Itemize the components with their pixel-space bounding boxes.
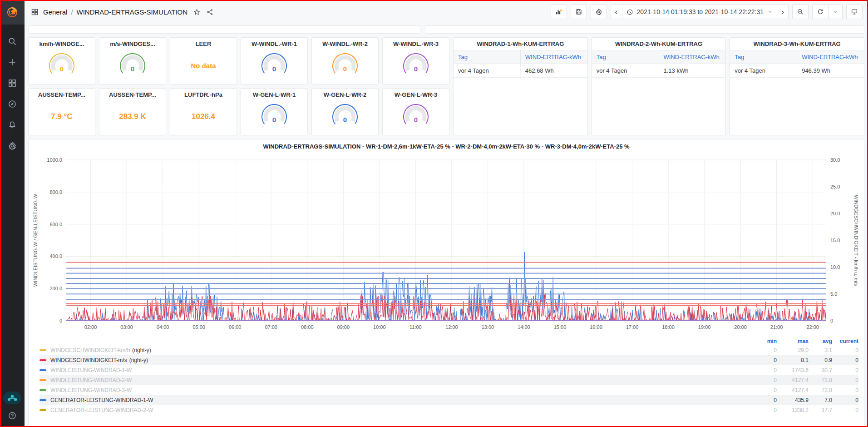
collapsed-row[interactable] <box>425 25 864 34</box>
panel-title[interactable]: W-WINDL.-WR-2 <box>312 38 378 47</box>
timeseries-plot[interactable]: 0200.0400.0600.0800.01000.005.010.015.02… <box>31 151 862 333</box>
chart-plot-area[interactable]: 0200.0400.0600.0800.01000.005.010.015.02… <box>31 151 862 335</box>
legend-series-color[interactable] <box>39 349 46 351</box>
add-icon[interactable] <box>7 57 17 67</box>
panel-title[interactable]: LUFTDR.-hPa <box>170 89 237 98</box>
panel-title[interactable]: AUSSEN-TEMP... <box>29 89 95 98</box>
table-column-header[interactable]: WIND-ERTRAG-kWh <box>797 50 864 64</box>
svg-text:16:00: 16:00 <box>590 324 602 330</box>
gauge-arc: 0 <box>398 103 434 130</box>
table-cell: 946.39 Wh <box>797 64 864 77</box>
panel-title[interactable]: WINDRAD-3-Wh-KUM-ERTRAG <box>730 38 864 47</box>
panel-title[interactable]: km/h-WINDGE... <box>29 38 95 47</box>
legend-sort-avg[interactable]: avg <box>809 338 832 344</box>
legend-sort-current[interactable]: current <box>832 338 858 344</box>
panel-title[interactable]: W-GEN-L-WR-2 <box>312 89 378 98</box>
time-forward-button[interactable]: › <box>777 5 789 19</box>
svg-text:25.0: 25.0 <box>830 184 840 189</box>
table-cell: vor 4 Tagen <box>592 64 659 77</box>
panel-title[interactable]: W-GEN-L-WR-3 <box>383 89 449 98</box>
gauge: 0 <box>241 98 307 135</box>
panel-title[interactable]: WINDRAD-1-Wh-KUM-ERTRAG <box>454 38 587 47</box>
chart-legend: minmaxavgcurrentWINDGESCHWINDIGKEIT-km/h… <box>29 335 864 415</box>
legend-max-value: 1238.2 <box>777 407 809 413</box>
svg-text:0: 0 <box>59 318 62 323</box>
legend-sort-max[interactable]: max <box>777 338 809 344</box>
svg-text:07:00: 07:00 <box>265 324 277 330</box>
search-icon[interactable] <box>7 36 17 46</box>
legend-series-name[interactable]: GENERATOR-LEISTUNG-WINDRAD-2-W <box>50 407 153 413</box>
svg-text:0: 0 <box>343 116 347 124</box>
legend-avg-value: 72.8 <box>809 377 832 383</box>
kiosk-mode-button[interactable] <box>846 5 863 19</box>
table-row: vor 4 Tagen946.39 Wh <box>730 64 864 78</box>
stat-panel: W-GEN-L-WR-30 <box>382 88 449 135</box>
breadcrumb-dashboard-title[interactable]: WINDRAD-ERTRAGS-SIMULATION <box>77 8 187 16</box>
refresh-button[interactable] <box>812 5 829 19</box>
gauge-arc: 0 <box>44 52 80 79</box>
panel-title[interactable]: WINDRAD-2-Wh-KUM-ERTRAG <box>592 38 726 47</box>
legend-series-color[interactable] <box>39 359 46 361</box>
panel-title[interactable]: m/s-WINDGES... <box>99 38 166 47</box>
plugin-icon[interactable] <box>3 392 21 404</box>
add-panel-button[interactable] <box>551 5 567 19</box>
legend-row: WINDLEISTUNG-WINDRAD-2-W04127.472.80 <box>39 375 858 385</box>
panel-title[interactable]: W-WINDL.-WR-1 <box>241 38 307 47</box>
legend-min-value: 0 <box>747 407 777 413</box>
legend-max-value: 29.0 <box>777 347 809 353</box>
panel-title[interactable]: LEER <box>170 38 237 47</box>
legend-series-color[interactable] <box>39 399 46 401</box>
legend-series-color[interactable] <box>39 369 46 371</box>
svg-text:30.0: 30.0 <box>830 157 840 163</box>
table-column-header[interactable]: WIND-ERTRAG-kWh <box>521 50 587 64</box>
legend-row: WINDGESCHWINDIGKEIT-m/s(right-y)08.10.90 <box>39 355 858 365</box>
svg-text:19:00: 19:00 <box>698 324 711 330</box>
time-range-picker[interactable]: 2021-10-14 01:19:33 to 2021-10-14 22:22:… <box>622 5 777 19</box>
legend-series-color[interactable] <box>39 379 46 381</box>
panel-title[interactable]: AUSSEN-TEMP... <box>99 89 166 98</box>
legend-series-name[interactable]: WINDLEISTUNG-WINDRAD-3-W <box>50 387 132 393</box>
share-icon[interactable] <box>206 8 214 16</box>
chart-panel-title[interactable]: WINDRAD-ERTRAGS-SIMULATION - WR-1-DM-2,6… <box>29 139 864 151</box>
dashboard-settings-button[interactable] <box>591 5 607 19</box>
panel-title[interactable]: W-WINDL.-WR-3 <box>383 38 449 47</box>
collapsed-row[interactable] <box>28 25 420 34</box>
alerting-bell-icon[interactable] <box>7 120 17 130</box>
table-column-header[interactable]: Tag <box>592 50 659 64</box>
panel-title[interactable]: W-GEN-L-WR-1 <box>241 89 307 98</box>
svg-text:22:00: 22:00 <box>806 324 819 330</box>
legend-series-name[interactable]: WINDLEISTUNG-WINDRAD-1-W <box>50 367 132 373</box>
legend-series-name[interactable]: WINDGESCHWINDIGKEIT-m/s <box>50 357 127 363</box>
legend-axis-tag: (right-y) <box>132 347 151 353</box>
legend-series-color[interactable] <box>39 389 46 391</box>
stat-value: 1026.4 <box>170 98 237 135</box>
legend-series-name[interactable]: WINDGESCHWINDIGKEIT-km/h <box>50 347 130 353</box>
legend-sort-min[interactable]: min <box>747 338 777 344</box>
legend-current-value: 0 <box>832 397 858 403</box>
save-dashboard-button[interactable] <box>571 5 587 19</box>
legend-series-color[interactable] <box>39 409 46 411</box>
configuration-gear-icon[interactable] <box>7 141 17 151</box>
svg-text:12:00: 12:00 <box>445 324 458 330</box>
explore-compass-icon[interactable] <box>7 99 17 109</box>
time-back-button[interactable]: ‹ <box>611 5 622 19</box>
zoom-out-button[interactable] <box>792 5 809 19</box>
legend-avg-value: 30.7 <box>809 367 832 373</box>
grafana-logo[interactable] <box>0 0 25 25</box>
table-column-header[interactable]: Tag <box>730 50 797 64</box>
legend-row: GENERATOR-LEISTUNG-WINDRAD-2-W01238.217.… <box>39 405 858 415</box>
star-icon[interactable] <box>193 8 201 16</box>
stat-panel: LEERNo data <box>170 37 237 84</box>
svg-text:0: 0 <box>414 116 418 124</box>
table-column-header[interactable]: Tag <box>454 50 521 64</box>
legend-series-name[interactable]: GENERATOR-LEISTUNG-WINDRAD-1-W <box>50 397 153 403</box>
legend-series-name[interactable]: WINDLEISTUNG-WINDRAD-2-W <box>50 377 132 383</box>
breadcrumb-separator: / <box>71 8 73 16</box>
table-cell: vor 4 Tagen <box>730 64 797 77</box>
dashboards-icon[interactable] <box>7 78 17 88</box>
table-column-header[interactable]: WIND-ERTRAG-kWh <box>659 50 726 64</box>
refresh-interval-dropdown[interactable] <box>829 5 843 19</box>
breadcrumb-folder[interactable]: General <box>43 8 67 16</box>
help-icon[interactable] <box>7 411 17 421</box>
legend-max-value: 4127.4 <box>777 387 809 393</box>
